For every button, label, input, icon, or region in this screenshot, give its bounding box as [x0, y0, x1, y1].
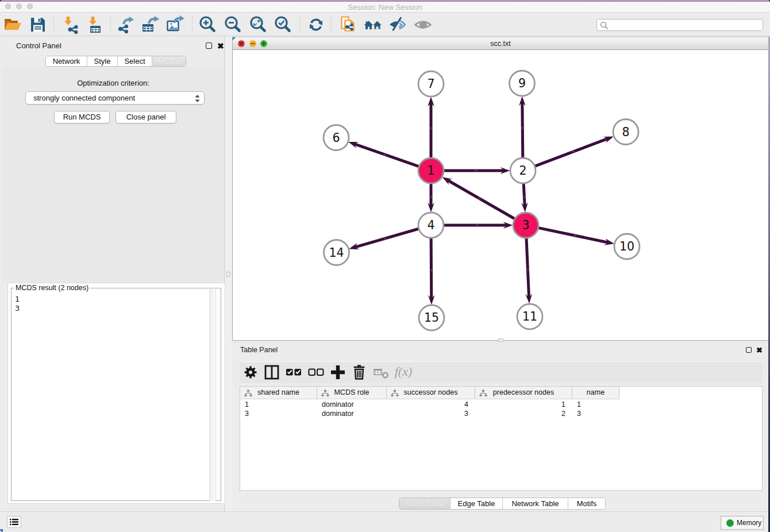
memory-button[interactable]: Memory — [721, 516, 764, 530]
table-cell[interactable]: 1 — [475, 400, 572, 409]
graph-node-7[interactable]: 7 — [418, 71, 444, 97]
table-cell[interactable]: 3 — [572, 409, 619, 418]
graph-edge-3-10[interactable] — [538, 228, 609, 243]
table-tab-node-table[interactable]: Node Table — [399, 498, 451, 509]
column-header-name[interactable]: name — [572, 387, 619, 399]
table-tab-motifs[interactable]: Motifs — [568, 498, 605, 509]
mcds-result-list[interactable]: 13 — [15, 295, 20, 313]
table-tab-network-table[interactable]: Network Table — [503, 498, 568, 509]
horizontal-splitter-handle[interactable] — [498, 338, 503, 342]
hide-panel-eye-button[interactable] — [388, 15, 407, 34]
graph-node-11[interactable]: 11 — [517, 304, 542, 329]
search-input[interactable] — [610, 20, 759, 30]
graph-edge-3-11[interactable] — [526, 238, 529, 298]
graph-edge-3-1[interactable] — [448, 180, 515, 218]
split-view-button[interactable] — [263, 363, 281, 381]
mcds-result-fieldset: MCDS result (2 nodes) 13 — [11, 288, 221, 501]
graph-edge-2-9[interactable] — [522, 102, 523, 157]
table-cell[interactable]: 1 — [572, 400, 619, 409]
table-tab-edge-table[interactable]: Edge Table — [451, 498, 503, 509]
graph-node-1[interactable]: 1 — [418, 158, 444, 183]
export-image-button[interactable] — [165, 15, 185, 34]
vertical-splitter-handle[interactable] — [226, 272, 230, 277]
home-button[interactable] — [363, 15, 383, 34]
graph-edge-2-8[interactable] — [535, 138, 608, 166]
mcds-result-line[interactable]: 1 — [15, 295, 20, 304]
table-cell[interactable]: 3 — [387, 409, 475, 418]
table-cell[interactable]: dominator — [317, 409, 387, 418]
network-graph[interactable]: 1 2 3 4 6 7 8 9 10 11 14 15 — [233, 51, 768, 340]
mcds-result-line[interactable]: 3 — [15, 304, 20, 313]
table-panel-close-icon[interactable]: ✖ — [756, 347, 763, 354]
graph-node-6[interactable]: 6 — [324, 125, 349, 151]
graph-node-2[interactable]: 2 — [510, 158, 536, 183]
column-header-MCDS-role[interactable]: MCDS role — [317, 387, 387, 399]
table-cell[interactable]: 1 — [240, 400, 317, 409]
graph-edge-label — [524, 195, 525, 198]
control-panel-close-icon[interactable]: ✖ — [217, 43, 224, 49]
window-titlebar[interactable]: Session: New Session — [0, 2, 770, 13]
criterion-select[interactable]: strongly connected component — [25, 91, 205, 105]
graph-node-label: 10 — [619, 240, 634, 253]
search-box[interactable] — [596, 19, 763, 31]
graph-node-10[interactable]: 10 — [614, 234, 640, 259]
optimization-criterion-label: Optimization criterion: — [3, 79, 224, 87]
graph-node-4[interactable]: 4 — [418, 213, 444, 238]
deselect-all-button[interactable] — [307, 363, 325, 381]
main-toolbar — [0, 13, 770, 36]
network-window-titlebar[interactable]: scc.txt — [233, 37, 768, 50]
network-canvas[interactable]: 1 2 3 4 6 7 8 9 10 11 14 15 — [233, 51, 768, 340]
save-session-button[interactable] — [28, 15, 48, 34]
run-mcds-button[interactable]: Run MCDS — [54, 111, 110, 124]
import-table-button[interactable] — [85, 15, 105, 34]
import-network-button[interactable] — [60, 15, 80, 34]
gear-button[interactable] — [241, 363, 260, 381]
column-header-predecessor-nodes[interactable]: predecessor nodes — [475, 387, 572, 399]
task-list-icon — [7, 516, 21, 527]
control-panel-float-icon[interactable] — [206, 43, 212, 49]
graph-node-14[interactable]: 14 — [324, 240, 349, 265]
graph-edge-4-14[interactable] — [355, 229, 418, 247]
deselect-all-icon — [307, 373, 325, 383]
graph-node-label: 3 — [522, 218, 529, 232]
open-session-button[interactable] — [3, 15, 22, 34]
graph-edge-label — [431, 195, 432, 198]
graph-edge-4-15[interactable] — [431, 238, 432, 298]
control-tab-select[interactable]: Select — [118, 56, 152, 66]
table-cell[interactable]: dominator — [317, 400, 387, 409]
zoom-out-button[interactable] — [223, 15, 242, 34]
graph-edge-1-6[interactable] — [354, 144, 419, 166]
task-history-button[interactable] — [7, 516, 21, 528]
vertical-splitter[interactable] — [225, 36, 232, 511]
table-cell[interactable]: 2 — [475, 409, 572, 418]
graph-node-9[interactable]: 9 — [510, 71, 535, 96]
save-session-icon — [28, 26, 48, 36]
refresh-layout-button[interactable] — [306, 15, 326, 34]
control-tab-mcds[interactable]: MCDS — [152, 56, 186, 66]
close-panel-button[interactable]: Close panel — [116, 111, 176, 124]
table-cell[interactable]: 4 — [387, 400, 475, 409]
export-network-button[interactable] — [116, 15, 136, 34]
zoom-in-button[interactable] — [198, 15, 217, 34]
graph-edge-2-3[interactable] — [523, 183, 525, 206]
table-panel: Table Panel ✖ f(x) — [232, 343, 770, 511]
table-panel-float-icon[interactable] — [746, 347, 752, 353]
graph-node-15[interactable]: 15 — [419, 305, 444, 330]
control-tab-network[interactable]: Network — [46, 56, 87, 66]
select-all-button[interactable] — [284, 363, 303, 381]
add-column-button[interactable] — [329, 363, 347, 381]
mcds-result-title: MCDS result (2 nodes) — [14, 284, 90, 292]
delete-column-button[interactable] — [350, 363, 368, 381]
duplicate-network-button[interactable] — [338, 15, 357, 34]
graph-node-8[interactable]: 8 — [613, 119, 638, 145]
result-scrollbar[interactable] — [209, 289, 216, 501]
zoom-selected-button[interactable] — [273, 15, 292, 34]
export-table-button[interactable] — [141, 15, 160, 34]
table-cell[interactable]: 3 — [240, 409, 317, 418]
show-eye-button[interactable] — [413, 15, 433, 34]
control-tab-style[interactable]: Style — [87, 56, 118, 66]
column-header-shared-name[interactable]: shared name — [240, 387, 317, 399]
column-header-successor-nodes[interactable]: successor nodes — [387, 387, 475, 399]
graph-node-3[interactable]: 3 — [513, 213, 538, 238]
zoom-fit-button[interactable] — [248, 15, 268, 34]
